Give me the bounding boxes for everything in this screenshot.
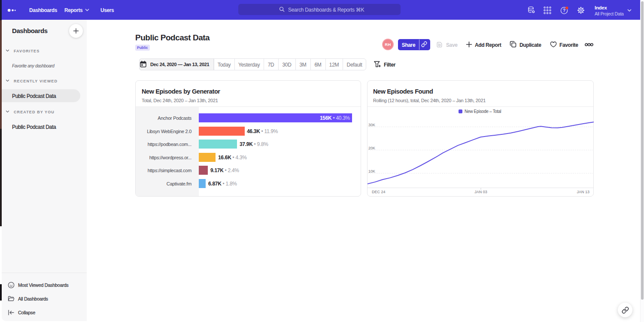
svg-text:10K: 10K [368, 169, 375, 173]
svg-text:JAN 03: JAN 03 [474, 190, 487, 194]
svg-text:JAN 13: JAN 13 [577, 190, 589, 194]
svg-text:DEC 24: DEC 24 [372, 190, 386, 194]
svg-text:20K: 20K [368, 146, 375, 150]
svg-text:30K: 30K [368, 123, 375, 127]
svg-text:?: ? [563, 8, 565, 13]
